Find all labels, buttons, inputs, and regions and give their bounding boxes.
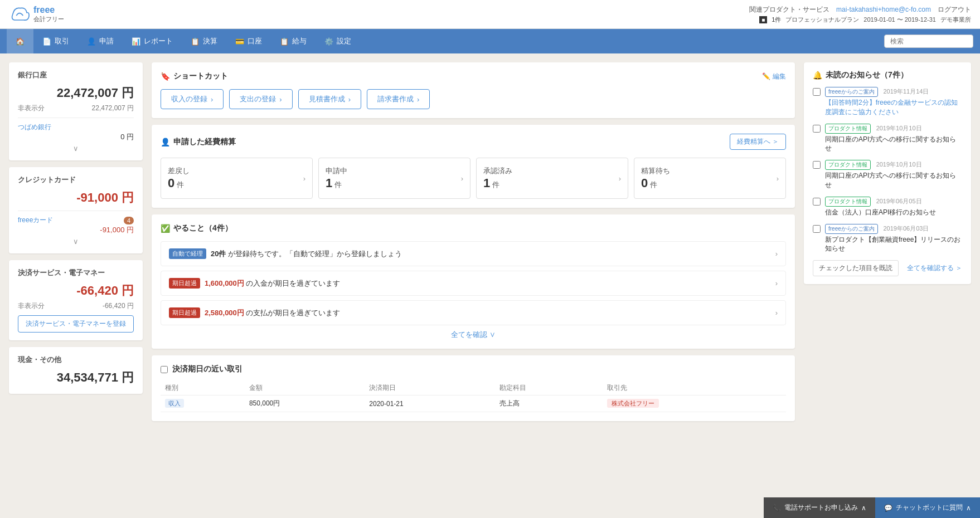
chevron-right-icon: › [619,174,621,183]
todo-auto-text: 20件 が登録待ちです。「自動で経理」から登録しましょう [211,249,402,259]
check-icon: ✅ [161,224,170,233]
notif-title: 未読のお知らせ（7件） [826,70,908,80]
bank-hidden: 非表示分 22,472,007 円 [18,104,134,113]
chevron-right-icon: › [348,95,351,104]
credit-amount: -91,000 円 [18,189,134,206]
notif-checkbox-3[interactable] [813,161,821,169]
bank-hidden-amount: 22,472,007 円 [92,104,134,113]
notif-tag-4: プロダクト情報 [825,197,871,207]
nav-settlement[interactable]: 📋 決算 [182,29,226,53]
credit-sub-amount: -91,000 円 [18,225,134,235]
todo-expense-text: 2,580,000円 の支払が期日を過ぎています [205,308,340,318]
row-type: 収入 [161,395,245,412]
todo-item-auto[interactable]: 自動で経理 20件 が登録待ちです。「自動で経理」から登録しましょう › [161,241,786,266]
chevron-right-icon: › [775,250,778,258]
bank-chevron[interactable]: ∨ [18,144,134,153]
shortcut-invoice-button[interactable]: 請求書作成 › [367,89,430,109]
stat-pending[interactable]: 申請中 1 件 › [318,158,470,199]
row-due: 2020-01-21 [365,395,495,412]
shortcut-expense-button[interactable]: 支出の登録 › [229,89,292,109]
shortcut-income-button[interactable]: 収入の登録 › [161,89,224,109]
bank-sub-amount: 0 円 [18,132,134,142]
notif-text-1[interactable]: 【回答時間2分】freeeの金融サービスの認知度調査にご協力ください [825,98,962,117]
email-link[interactable]: mai-takahashi+home@c-fo.com [836,6,931,13]
payment-title: 決済期日の近い取引 [172,364,242,374]
notif-text-2: 同期口座のAPI方式への移行に関するお知らせ [825,135,962,154]
nav-transactions[interactable]: 📄 取引 [33,29,78,53]
payment-table: 種別 金額 決済期日 勘定科目 取引先 収入 850,000円 2020-01-… [161,381,786,412]
todo-item-overdue-expense[interactable]: 期日超過 2,580,000円 の支払が期日を過ぎています › [161,300,786,325]
row-amount: 850,000円 [245,395,365,412]
bank-title: 銀行口座 [18,70,134,80]
notif-date-2: 2019年10月10日 [876,125,922,131]
edit-button[interactable]: ✏️ 編集 [762,72,786,81]
credit-chevron[interactable]: ∨ [18,237,134,246]
nav-bar: 🏠 📄 取引 👤 申請 📊 レポート 📋 決算 💳 口座 📋 給与 ⚙️ 設定 [0,29,980,53]
register-payment-button[interactable]: 決済サービス・電子マネーを登録 [18,315,134,333]
notif-checkbox-4[interactable] [813,198,821,206]
expense-nav-button[interactable]: 経費精算へ ＞ [730,134,786,150]
row-partner: 株式会社フリー [603,395,786,412]
notifications-panel: 🔔 未読のお知らせ（7件） freeeからのご案内 2019年11月14日 【回… [804,62,971,284]
view-all-link[interactable]: 全てを確認する ＞ [907,263,962,273]
expense-header: 👤 申請した経費精算 経費精算へ ＞ [161,134,786,150]
search-input[interactable] [884,35,973,48]
table-row[interactable]: 収入 850,000円 2020-01-21 売上高 株式会社フリー [161,395,786,412]
sidebar: 銀行口座 22,472,007 円 非表示分 22,472,007 円 つばめ銀… [9,62,143,394]
credit-link[interactable]: freeeカード [18,216,53,225]
payment-checkbox[interactable] [161,366,168,373]
header-meta: 関連プロダクト・サービス mai-takahashi+home@c-fo.com… [749,5,971,24]
row-account: 売上高 [495,395,603,412]
payment-hidden-amount: -66,420 円 [103,301,134,311]
nav-home[interactable]: 🏠 [7,29,33,53]
stat-waiting[interactable]: 精算待ち 0 件 › [634,158,786,199]
bank-amount: 22,472,007 円 [18,85,134,101]
overdue-badge: 期日超過 [169,307,200,318]
related-link[interactable]: 関連プロダクト・サービス [749,5,829,14]
shortcut-title: 🔖 ショートカット [161,71,228,81]
payment-service-amount: -66,420 円 [18,282,134,299]
logo-icon [9,4,31,25]
payment-card: 決済期日の近い取引 種別 金額 決済期日 勘定科目 取引先 収入 850,000… [152,355,795,421]
nav-payroll[interactable]: 📋 給与 [271,29,316,53]
notif-date-4: 2019年06月05日 [876,198,922,204]
logout-link[interactable]: ログアウト [938,5,971,14]
notif-tag-2: プロダクト情報 [825,124,871,134]
notif-text-3: 同期口座のAPI方式への移行に関するお知らせ [825,171,962,190]
transactions-icon: 📄 [42,37,51,46]
overdue-badge: 期日超過 [169,278,200,289]
notif-count: 1件 [772,16,781,24]
stat-returned[interactable]: 差戻し 0 件 › [161,158,313,199]
expense-stats: 差戻し 0 件 › 申請中 1 件 [161,158,786,199]
reports-icon: 📊 [132,37,140,46]
stat-approved[interactable]: 承認済み 1 件 › [476,158,628,199]
col-account: 勘定科目 [495,381,603,395]
nav-applications[interactable]: 👤 申請 [78,29,123,53]
notif-date-1: 2019年11月14日 [883,88,929,95]
notif-checkbox-2[interactable] [813,125,821,133]
notif-checkbox-5[interactable] [813,225,821,233]
shortcut-header: 🔖 ショートカット ✏️ 編集 [161,71,786,81]
nav-settings[interactable]: ⚙️ 設定 [316,29,360,53]
nav-search-area [884,35,973,48]
bell-icon: 🔔 [813,71,822,80]
col-type: 種別 [161,381,245,395]
todo-item-overdue-income[interactable]: 期日超過 1,600,000円 の入金が期日を過ぎています › [161,271,786,296]
credit-card: クレジットカード -91,000 円 freeeカード 4 -91,000 円 … [9,167,143,253]
mark-checked-button[interactable]: チェックした項目を既読 [813,260,899,276]
col-partner: 取引先 [603,381,786,395]
notif-item-4: プロダクト情報 2019年06月05日 信金（法人）口座API移行のお知らせ [813,197,962,217]
applications-icon: 👤 [87,37,96,46]
expense-report-card: 👤 申請した経費精算 経費精算へ ＞ 差戻し 0 件 › [152,125,795,208]
notif-header: 🔔 未読のお知らせ（7件） [813,70,962,80]
payment-service-title: 決済サービス・電子マネー [18,268,134,278]
person-icon: 👤 [161,138,170,146]
bank-link[interactable]: つばめ銀行 [18,123,134,132]
notif-checkbox-1[interactable] [813,88,821,96]
shortcut-estimate-button[interactable]: 見積書作成 › [298,89,361,109]
todo-confirm-link[interactable]: 全てを確認 ∨ [161,330,786,340]
logo[interactable]: freee 会計フリー [9,4,64,25]
nav-accounts[interactable]: 💳 口座 [226,29,271,53]
nav-reports[interactable]: 📊 レポート [123,29,182,53]
chevron-right-icon: › [303,174,305,183]
